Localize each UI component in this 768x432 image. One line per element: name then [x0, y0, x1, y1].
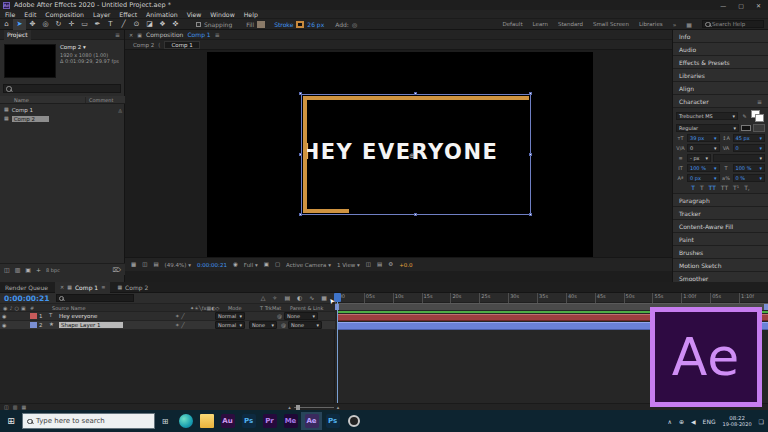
- more-workspaces-icon[interactable]: »: [673, 21, 677, 28]
- column-mode[interactable]: Mode: [228, 305, 260, 311]
- start-button[interactable]: ⊞: [0, 416, 22, 426]
- interpret-footage-icon[interactable]: ◫: [4, 267, 10, 273]
- fill-swatch[interactable]: [257, 21, 265, 28]
- selection-handle[interactable]: [414, 213, 417, 216]
- faux-style-button[interactable]: TT: [721, 184, 728, 191]
- channels-icon[interactable]: ▤: [153, 262, 158, 268]
- layer-row-shape-layer-1[interactable]: ◉ 2 ★ Shape Layer 1 ✦ ╱ Normal▾ None▾ @ …: [0, 321, 335, 330]
- add-menu-icon[interactable]: ◎: [352, 21, 357, 28]
- new-folder-icon[interactable]: ▥: [15, 267, 21, 273]
- workspace-grid-icon[interactable]: ▦: [686, 21, 692, 28]
- parent-pickwhip-icon[interactable]: @: [277, 313, 282, 319]
- workspace-item[interactable]: Learn: [533, 21, 548, 27]
- language-indicator[interactable]: ENG: [703, 418, 716, 425]
- sidebar-panel-header[interactable]: Effects & Presets: [673, 56, 768, 69]
- tool-button[interactable]: ✥: [26, 19, 39, 30]
- tab-render-queue[interactable]: Render Queue: [0, 282, 53, 293]
- tab-comp2-timeline[interactable]: ▦ Comp 2: [112, 282, 153, 293]
- sidebar-panel-header-character[interactable]: Character ≡: [673, 95, 768, 108]
- maximize-button[interactable]: ▢: [738, 2, 744, 9]
- tool-button[interactable]: ✜: [169, 19, 182, 30]
- tool-button[interactable]: ⊙: [130, 19, 143, 30]
- layer-label-swatch[interactable]: [30, 322, 37, 328]
- horizontal-scale-dropdown[interactable]: 100 %▾: [733, 164, 766, 172]
- faux-style-button[interactable]: T: [691, 184, 695, 191]
- magnification-grid-icon[interactable]: ◫: [142, 262, 147, 268]
- menu-item[interactable]: File: [5, 11, 15, 18]
- timeline-strip-icon[interactable]: △: [261, 295, 266, 301]
- layer-switches[interactable]: ✦ ╱: [175, 313, 215, 319]
- menu-item[interactable]: Animation: [146, 11, 178, 18]
- tab-comp1-timeline[interactable]: ✕ ▦ Comp 1 ≡: [55, 282, 110, 293]
- panel-menu-icon[interactable]: ≡: [215, 31, 220, 38]
- taskbar-app-button[interactable]: Ae: [301, 412, 322, 430]
- exposure-value[interactable]: +0.0: [399, 262, 412, 268]
- sidebar-panel-header[interactable]: Content-Aware Fill: [673, 220, 768, 233]
- tool-button[interactable]: ◪: [143, 19, 156, 30]
- taskbar-app-button[interactable]: Au: [217, 412, 238, 430]
- stroke-style-dropdown[interactable]: ▾: [713, 154, 765, 162]
- breadcrumb-comp2[interactable]: Comp 2: [133, 42, 154, 48]
- selection-handle[interactable]: [529, 153, 532, 156]
- sidebar-panel-header[interactable]: Align: [673, 82, 768, 95]
- sidebar-panel-header[interactable]: Info: [673, 30, 768, 43]
- baseline-shift-dropdown[interactable]: 0 px▾: [687, 174, 720, 182]
- project-row-comp2[interactable]: ▦ Comp 2: [0, 114, 125, 123]
- layer-name-selected[interactable]: Shape Layer 1: [59, 322, 175, 328]
- font-style-dropdown[interactable]: Regular▾: [676, 124, 739, 132]
- stroke-width-dropdown[interactable]: - px▾: [687, 154, 711, 162]
- taskbar-app-button[interactable]: [343, 412, 364, 430]
- timeline-button-icon[interactable]: ⚙: [388, 262, 393, 268]
- sidebar-panel-header[interactable]: Motion Sketch: [673, 259, 768, 272]
- taskbar-app-button[interactable]: Ps: [238, 412, 259, 430]
- search-help-box[interactable]: Search Help: [702, 20, 764, 28]
- taskbar-search-box[interactable]: Type here to search: [22, 413, 155, 429]
- workspace-item[interactable]: Standard: [558, 21, 583, 27]
- tool-button[interactable]: ✛: [65, 19, 78, 30]
- timeline-strip-icon[interactable]: ✧: [272, 295, 277, 301]
- taskbar-app-button[interactable]: Pr: [259, 412, 280, 430]
- tab-close-icon[interactable]: ✕: [60, 284, 64, 290]
- sidebar-panel-header[interactable]: Brushes: [673, 246, 768, 259]
- transparency-grid-icon[interactable]: ▢: [275, 262, 280, 268]
- stroke-swatch[interactable]: [296, 21, 304, 28]
- column-source-name[interactable]: Source Name: [52, 305, 190, 311]
- sidebar-panel-header[interactable]: Tracker: [673, 207, 768, 220]
- notification-center-icon[interactable]: ❑: [759, 418, 764, 425]
- bit-depth-label[interactable]: 8 bpc: [46, 267, 60, 273]
- sidebar-panel-header[interactable]: Paint: [673, 233, 768, 246]
- eyedropper-icon[interactable]: ✎: [740, 113, 749, 119]
- network-icon[interactable]: ⊕: [679, 418, 684, 425]
- task-view-button[interactable]: ⊞: [155, 417, 175, 426]
- tool-button[interactable]: ❖: [156, 19, 169, 30]
- tool-button[interactable]: ⌂: [0, 19, 13, 30]
- blend-mode-dropdown[interactable]: Normal▾: [215, 321, 245, 329]
- layer-label-swatch[interactable]: [30, 313, 37, 319]
- panel-menu-icon[interactable]: ≡: [115, 31, 120, 38]
- snapping-checkbox[interactable]: [196, 22, 201, 27]
- no-fill-swatch[interactable]: [741, 125, 751, 131]
- faux-style-button[interactable]: T,: [744, 184, 750, 191]
- menu-item[interactable]: View: [187, 11, 202, 18]
- new-composition-icon[interactable]: ▣: [25, 267, 31, 273]
- pixel-aspect-icon[interactable]: ◫: [366, 262, 371, 268]
- breadcrumb-comp1-active[interactable]: Comp 1: [164, 41, 199, 49]
- blend-mode-dropdown[interactable]: Normal▾: [215, 312, 245, 320]
- workspace-item[interactable]: Default: [502, 21, 522, 27]
- layer-row-hey-everyone[interactable]: ◉ 1 T Hey everyone ✦ ╱ Normal▾ @ None▾: [0, 312, 335, 321]
- workspace-item[interactable]: Libraries: [639, 21, 663, 27]
- panel-menu-icon[interactable]: ≡: [101, 284, 105, 290]
- font-size-dropdown[interactable]: 39 px▾: [687, 134, 720, 142]
- minimize-button[interactable]: —: [720, 2, 726, 9]
- sidebar-panel-header[interactable]: Smoother: [673, 272, 768, 282]
- selection-handle[interactable]: [414, 92, 417, 95]
- timeline-strip-icon[interactable]: ◐: [297, 295, 302, 301]
- menu-item[interactable]: Effect: [119, 11, 137, 18]
- tool-button[interactable]: ╱: [117, 19, 130, 30]
- swap-swatch[interactable]: [753, 124, 765, 132]
- timeline-search-box[interactable]: [56, 294, 134, 302]
- trash-icon[interactable]: ⌦: [113, 267, 121, 273]
- kerning-dropdown[interactable]: 0▾: [687, 144, 720, 152]
- taskbar-app-button[interactable]: [175, 412, 196, 430]
- parent-dropdown[interactable]: None▾: [288, 321, 322, 329]
